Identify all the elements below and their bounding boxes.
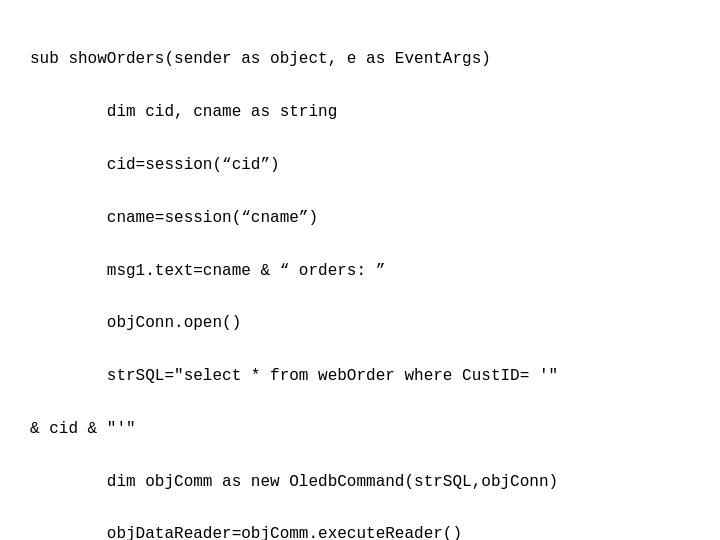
code-line-line7b: & cid & "'": [30, 416, 690, 442]
code-line-line6: objConn.open(): [30, 310, 690, 336]
code-line-line4: cname=session(“cname”): [30, 205, 690, 231]
code-line-line5: msg1.text=cname & “ orders: ”: [30, 258, 690, 284]
code-line-line3: cid=session(“cid”): [30, 152, 690, 178]
code-line-line1: sub showOrders(sender as object, e as Ev…: [30, 46, 690, 72]
code-block: sub showOrders(sender as object, e as Ev…: [0, 0, 720, 540]
code-line-line2: dim cid, cname as string: [30, 99, 690, 125]
code-line-line9: objDataReader=objComm.executeReader(): [30, 521, 690, 540]
code-line-line8: dim objComm as new OledbCommand(strSQL,o…: [30, 469, 690, 495]
code-line-line7: strSQL="select * from webOrder where Cus…: [30, 363, 690, 389]
